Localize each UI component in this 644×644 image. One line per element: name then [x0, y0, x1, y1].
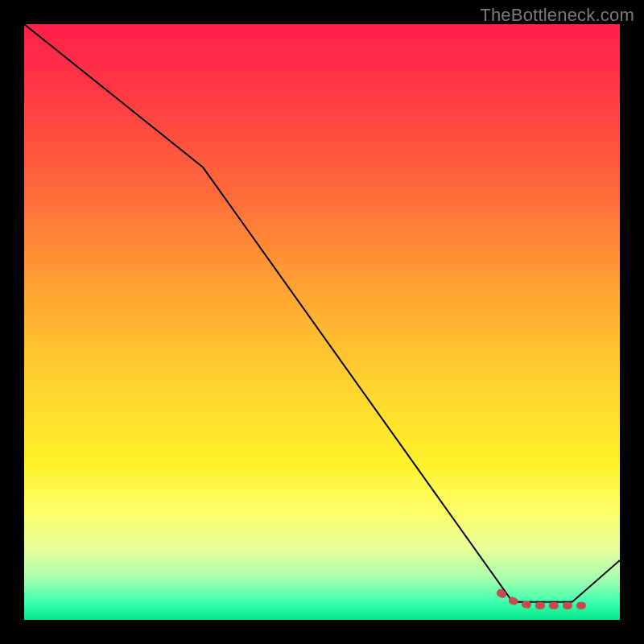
chart-root: { "watermark": "TheBottleneck.com", "col…	[0, 0, 644, 644]
plot-area	[24, 24, 620, 620]
gradient-background	[24, 24, 620, 620]
watermark-text: TheBottleneck.com	[480, 5, 634, 26]
svg-point-0	[497, 589, 505, 597]
chart-svg	[24, 24, 620, 620]
